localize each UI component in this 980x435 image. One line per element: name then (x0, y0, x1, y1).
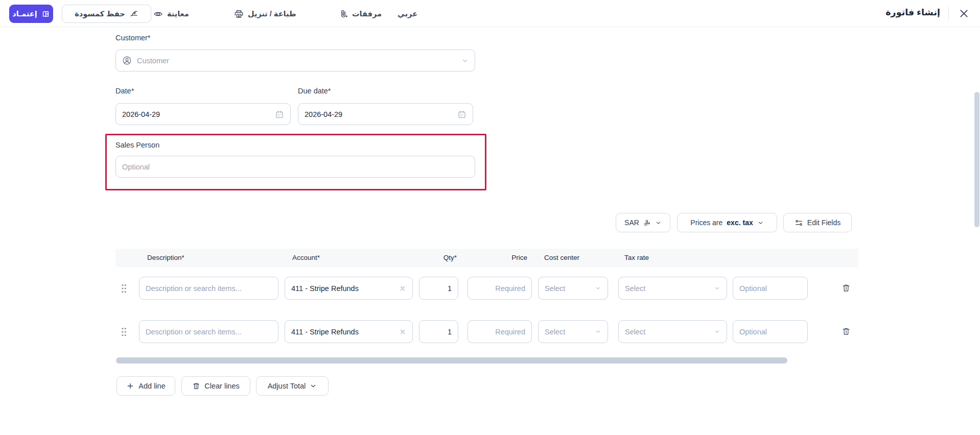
currency-select[interactable]: SAR (616, 213, 670, 232)
tax-rate-placeholder: Select (625, 328, 714, 336)
chevron-down-icon (461, 57, 469, 64)
calendar-icon (457, 110, 466, 119)
currency-label: SAR (624, 219, 639, 227)
prices-mode-select[interactable]: Prices are exc. tax (677, 213, 777, 232)
saudi-riyal-icon (643, 219, 651, 227)
tax-rate-select[interactable]: Select (618, 320, 727, 343)
chevron-down-icon (595, 285, 601, 292)
tax-amount-input[interactable] (733, 320, 808, 343)
print-download-label: طباعة / تنزيل (248, 10, 296, 18)
adjust-total-button[interactable]: Adjust Total (256, 376, 329, 396)
language-toggle[interactable]: عربي (398, 5, 417, 23)
edit-fields-button[interactable]: Edit Fields (783, 213, 852, 232)
trash-icon (192, 382, 200, 390)
save-draft-button[interactable]: حفظ كمسودة (62, 5, 151, 23)
add-line-label: Add line (138, 382, 165, 390)
qty-input[interactable] (419, 320, 458, 343)
topbar: إعتمـاد حفظ كمسودة (0, 0, 980, 27)
customer-select[interactable]: Customer (115, 50, 475, 71)
qty-input[interactable] (419, 277, 458, 300)
cost-center-select[interactable]: Select (538, 320, 608, 343)
attachments-menu-item[interactable]: مرفقات (339, 5, 382, 23)
drag-handle-icon[interactable] (121, 326, 129, 338)
line-items-header: Description* Account* Qty* Price Cost ce… (115, 249, 858, 267)
price-field[interactable] (474, 284, 525, 293)
chevron-down-icon (757, 220, 764, 226)
col-price: Price (475, 254, 527, 261)
cost-center-select[interactable]: Select (538, 277, 608, 300)
tax-amount-field[interactable] (739, 284, 801, 293)
account-value: 411 - Stripe Refunds (291, 328, 399, 336)
qty-field[interactable] (426, 284, 452, 293)
chevron-down-icon (714, 285, 720, 292)
print-download-menu-item[interactable]: طباعة / تنزيل (234, 5, 296, 23)
prices-mode-value: exc. tax (727, 219, 753, 227)
description-field[interactable] (146, 284, 272, 293)
vertical-scrollbar[interactable] (974, 92, 979, 227)
drag-handle-icon[interactable] (121, 282, 129, 295)
qty-field[interactable] (426, 328, 452, 336)
sales-person-input[interactable] (115, 156, 475, 178)
approve-label: إعتمـاد (12, 10, 37, 18)
approve-button[interactable]: إعتمـاد (9, 5, 53, 23)
language-label: عربي (398, 10, 417, 18)
paperclip-plus-icon (339, 9, 348, 18)
date-input[interactable]: 2026-04-29 (115, 103, 291, 125)
description-input[interactable] (139, 320, 278, 343)
clear-lines-button[interactable]: Clear lines (181, 376, 250, 396)
create-invoice-drawer: إعتمـاد حفظ كمسودة (0, 0, 980, 435)
add-line-button[interactable]: Add line (116, 376, 175, 396)
price-input[interactable] (468, 320, 532, 343)
description-input[interactable] (139, 277, 278, 300)
due-date-input[interactable]: 2026-04-29 (298, 103, 473, 125)
clear-lines-label: Clear lines (204, 382, 240, 390)
date-value: 2026-04-29 (122, 110, 275, 118)
sliders-icon (795, 219, 803, 227)
tax-rate-select[interactable]: Select (618, 277, 727, 300)
sales-person-field[interactable] (122, 163, 469, 171)
tax-amount-field[interactable] (739, 328, 801, 336)
plus-icon (126, 382, 134, 390)
prices-are-label: Prices are (690, 219, 722, 227)
customer-placeholder: Customer (137, 57, 461, 65)
price-field[interactable] (474, 328, 525, 336)
customer-label: Customer* (115, 34, 151, 42)
tax-rate-placeholder: Select (625, 284, 714, 293)
printer-download-icon (234, 9, 244, 19)
account-select[interactable]: 411 - Stripe Refunds (285, 320, 413, 343)
adjust-total-label: Adjust Total (268, 382, 306, 390)
clear-icon[interactable] (399, 285, 406, 292)
chevron-down-icon (310, 382, 317, 390)
due-date-value: 2026-04-29 (305, 110, 457, 118)
attachments-label: مرفقات (352, 10, 382, 18)
delete-row-icon[interactable] (841, 325, 852, 337)
description-field[interactable] (146, 328, 272, 336)
col-description: Description* (147, 254, 184, 261)
book-check-icon (41, 10, 50, 18)
preview-menu-item[interactable]: معاينة (153, 5, 189, 23)
account-select[interactable]: 411 - Stripe Refunds (285, 277, 413, 300)
clear-icon[interactable] (399, 328, 406, 335)
horizontal-scrollbar[interactable] (116, 357, 787, 364)
chevron-down-icon (595, 328, 601, 335)
calendar-icon (275, 110, 284, 119)
close-icon[interactable] (958, 7, 970, 19)
tax-amount-input[interactable] (733, 277, 808, 300)
due-date-label: Due date* (298, 87, 331, 95)
title-divider (948, 7, 949, 20)
price-input[interactable] (468, 277, 532, 300)
sales-person-label: Sales Person (115, 141, 159, 149)
signature-icon (129, 9, 138, 18)
delete-row-icon[interactable] (841, 282, 852, 294)
eye-icon (153, 9, 163, 19)
col-qty: Qty* (421, 254, 457, 261)
col-account: Account* (292, 254, 320, 261)
date-label: Date* (115, 87, 134, 95)
edit-fields-label: Edit Fields (807, 219, 841, 227)
preview-label: معاينة (167, 10, 189, 18)
col-tax-rate: Tax rate (624, 254, 649, 261)
account-value: 411 - Stripe Refunds (291, 284, 399, 293)
save-draft-label: حفظ كمسودة (75, 10, 125, 18)
cost-center-placeholder: Select (545, 328, 595, 336)
page-title: إنشاء فاتورة (885, 7, 940, 18)
